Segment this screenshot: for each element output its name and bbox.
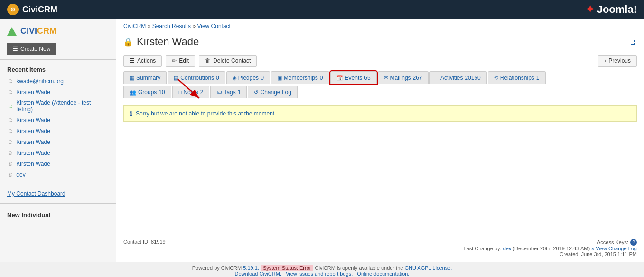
sidebar-logo: CIVICRM (0, 24, 116, 41)
summary-icon: ▦ (130, 75, 134, 81)
breadcrumb-sep-1: » (148, 23, 152, 29)
tab-summary[interactable]: ▦ Summary (123, 71, 167, 84)
breadcrumb-civicrm[interactable]: CiviCRM (123, 23, 146, 29)
tab-groups-count: 10 (159, 89, 165, 96)
breadcrumb: CiviCRM » Search Results » View Contact (116, 19, 644, 33)
breadcrumb-search-results[interactable]: Search Results (152, 23, 191, 29)
license-text: CiviCRM is openly available under the (315, 265, 403, 271)
tab-groups[interactable]: 👥 Groups 10 (123, 86, 171, 98)
memberships-icon: ▣ (277, 75, 282, 81)
tab-groups-label: Groups (138, 89, 157, 96)
sidebar-item-7[interactable]: ☺ Kirsten Wade (0, 158, 116, 169)
dashboard-link[interactable]: My Contact Dashboard (0, 188, 116, 200)
tab-change-log[interactable]: ↺ Change Log (248, 86, 297, 98)
breadcrumb-view-contact[interactable]: View Contact (197, 23, 230, 29)
chevron-left-icon: ‹ (604, 57, 606, 64)
actions-icon: ☰ (130, 57, 135, 64)
tags-icon: 🏷 (216, 89, 222, 95)
sidebar-item-3[interactable]: ☺ Kirsten Wade (0, 115, 116, 125)
tab-relationships[interactable]: ⟲ Relationships 1 (488, 71, 546, 84)
license-link[interactable]: GNU AGPL License. (404, 265, 452, 271)
tab-summary-label: Summary (136, 75, 160, 81)
pledges-icon: ◈ (233, 75, 236, 81)
sidebar: CIVICRM ☰ Create New Recent Items ☺ kwad… (0, 19, 116, 262)
contact-id-area: Contact ID: 81919 (123, 239, 166, 257)
view-change-log-link[interactable]: » View Change Log (591, 246, 637, 251)
sidebar-item-0[interactable]: ☺ kwade@nihcm.org (0, 76, 116, 86)
sidebar-item-6[interactable]: ☺ Kirsten Wade (0, 147, 116, 158)
access-help-icon[interactable]: ? (630, 239, 637, 246)
info-icon: ℹ (130, 110, 132, 117)
tab-events[interactable]: 📅 Events 65 (330, 71, 377, 84)
delete-contact-button[interactable]: 🗑 Delete Contact (199, 55, 257, 67)
edit-button[interactable]: ✏ Edit (166, 55, 195, 67)
download-link[interactable]: Download CiviCRM. (235, 271, 281, 277)
created-label: Created: June 3rd, 2015 1:11 PM (560, 251, 637, 257)
status-badge: System Status: Error (261, 265, 313, 271)
tab-contributions[interactable]: ▤ Contributions 0 (168, 71, 225, 84)
main-layout: CIVICRM ☰ Create New Recent Items ☺ kwad… (0, 19, 644, 262)
last-change-user[interactable]: dev (503, 246, 512, 251)
tab-events-label: Events (345, 75, 363, 81)
person-icon-6: ☺ (7, 149, 13, 156)
print-icon[interactable]: 🖨 (629, 38, 637, 46)
create-new-button[interactable]: ☰ Create New (7, 43, 56, 55)
person-icon-1: ☺ (7, 88, 13, 96)
tab-tags[interactable]: 🏷 Tags 1 (210, 86, 247, 98)
sidebar-item-1[interactable]: ☺ Kirsten Wade (0, 86, 116, 97)
sidebar-item-label-7: Kirsten Wade (16, 161, 50, 167)
tab-tags-label: Tags (224, 89, 235, 96)
docs-link[interactable]: Online documentation. (357, 271, 409, 277)
joomla-logo-text: ✦ Joomla! (586, 3, 637, 15)
powered-by: Powered by CiviCRM (192, 265, 242, 271)
create-new-label: Create New (20, 46, 50, 52)
sidebar-item-label-8: dev (16, 172, 25, 178)
previous-label: Previous (608, 57, 631, 64)
last-change-label: Last Change by: (463, 246, 501, 251)
sidebar-item-5[interactable]: ☺ Kirsten Wade (0, 136, 116, 147)
person-icon-4: ☺ (7, 127, 13, 134)
events-icon: 📅 (336, 75, 343, 81)
tab-activities-label: Activities (440, 75, 463, 81)
tab-activities[interactable]: ≡ Activities 20150 (429, 71, 487, 84)
relationships-icon: ⟲ (494, 75, 498, 81)
sidebar-item-label-4: Kirsten Wade (16, 128, 50, 134)
contributions-icon: ▤ (174, 75, 178, 81)
contact-name-area: 🔒 Kirsten Wade (123, 36, 199, 48)
tab-notes-label: Notes (183, 89, 198, 96)
issues-link[interactable]: View issues and report bugs. (286, 271, 353, 277)
sidebar-item-8[interactable]: ☺ dev (0, 169, 116, 180)
sidebar-item-2[interactable]: ☺ Kirsten Wade (Attendee - test listing) (0, 97, 116, 115)
sidebar-item-4[interactable]: ☺ Kirsten Wade (0, 125, 116, 136)
person-icon-2: ☺ (7, 103, 13, 110)
sidebar-divider-2 (0, 184, 116, 184)
civicrm-version[interactable]: 5.19.1. (243, 265, 259, 271)
tab-notes[interactable]: □ Notes 2 (172, 86, 210, 98)
new-individual-title: New Individual (0, 208, 116, 220)
contact-id-label: Contact ID: (123, 239, 149, 245)
person-icon-5: ☺ (7, 138, 13, 145)
last-change-date: (December 20th, 2019 12:43 AM) (513, 246, 590, 251)
tab-tags-count: 1 (238, 89, 241, 96)
action-buttons-left: ☰ Actions ✏ Edit 🗑 Delete Contact (123, 55, 257, 67)
tab-memberships[interactable]: ▣ Memberships 0 (271, 71, 329, 84)
recent-items-title: Recent Items (0, 64, 116, 76)
top-navbar: ⊙ CiviCRM ✦ Joomla! (0, 0, 644, 19)
tab-change-log-label: Change Log (260, 89, 291, 96)
tab-activities-count: 20150 (465, 75, 480, 81)
last-change-area: Last Change by: dev (December 20th, 2019… (463, 246, 637, 251)
action-buttons: ☰ Actions ✏ Edit 🗑 Delete Contact ‹ Prev… (116, 53, 644, 71)
tab-mailings[interactable]: ✉ Mailings 267 (378, 71, 429, 84)
person-icon-7: ☺ (7, 160, 13, 167)
delete-icon: 🗑 (205, 57, 211, 64)
actions-button[interactable]: ☰ Actions (123, 55, 162, 67)
previous-button[interactable]: ‹ Previous (598, 55, 637, 67)
top-brand: ⊙ CiviCRM (7, 4, 57, 15)
sidebar-item-label-1: Kirsten Wade (16, 89, 50, 96)
contact-header: 🔒 Kirsten Wade 🖨 (116, 33, 644, 53)
tab-pledges[interactable]: ◈ Pledges 0 (226, 71, 270, 84)
breadcrumb-sep-2: » (192, 23, 197, 29)
logo-triangle-icon (7, 27, 17, 36)
hamburger-icon: ☰ (13, 46, 18, 52)
created-area: Created: June 3rd, 2015 1:11 PM (463, 251, 637, 257)
